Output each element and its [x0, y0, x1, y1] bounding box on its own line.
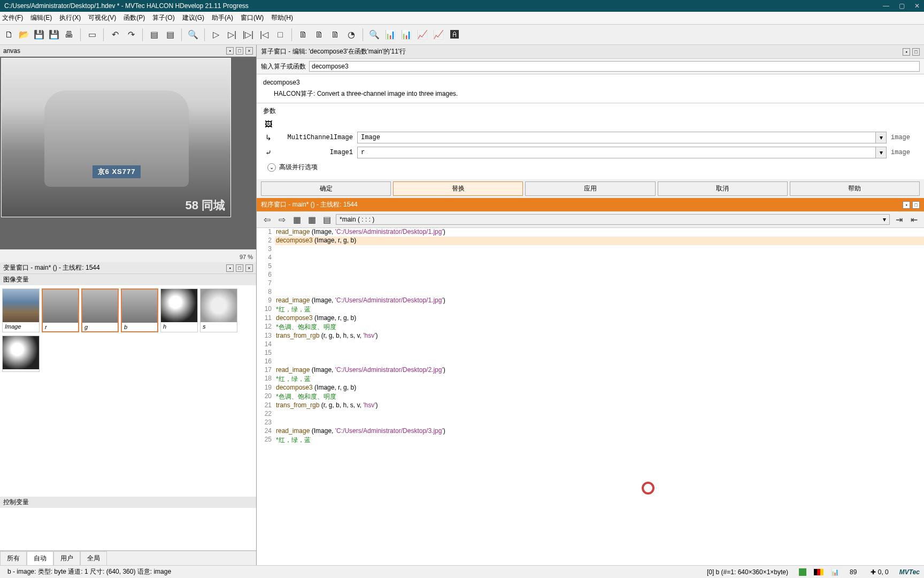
code-line-23[interactable]: 23	[257, 419, 924, 427]
code-line-21[interactable]: 21trans_from_rgb (r, g, b, h, s, v, 'hsv…	[257, 401, 924, 410]
prog-pin-icon[interactable]: ▪	[903, 201, 910, 209]
layout1-icon[interactable]: ▦	[291, 214, 303, 225]
param1-input[interactable]	[357, 132, 876, 143]
code-line-7[interactable]: 7	[257, 279, 924, 288]
binoculars-icon[interactable]: 🔍	[187, 29, 199, 41]
varwin-max-icon[interactable]: □	[236, 264, 243, 272]
stepback-icon[interactable]: |◁	[258, 29, 270, 41]
code-editor[interactable]: 1read_image (Image, 'C:/Users/Administra…	[257, 228, 924, 565]
nav-back-icon[interactable]: ⇦	[261, 214, 273, 225]
menu-file[interactable]: 文件(F)	[2, 13, 23, 22]
chevron-down-icon[interactable]: ⌄	[267, 163, 276, 172]
op-max-icon[interactable]: □	[912, 48, 920, 56]
help-button[interactable]: 帮助	[790, 181, 920, 196]
param1-dropdown-icon[interactable]: ▾	[876, 132, 887, 143]
varwin-close-icon[interactable]: ×	[245, 264, 253, 272]
code-line-2[interactable]: 2decompose3 (Image, r, g, b)	[257, 237, 924, 245]
menu-exec[interactable]: 执行(X)	[59, 13, 81, 22]
zoom-icon[interactable]: 🔍	[368, 29, 380, 41]
record-icon[interactable]: ▭	[86, 29, 98, 41]
layout2-icon[interactable]: ▦	[306, 214, 318, 225]
stop-icon[interactable]: □	[274, 29, 286, 41]
code-line-11[interactable]: 11decompose3 (Image, r, g, b)	[257, 314, 924, 323]
code-line-8[interactable]: 8	[257, 288, 924, 296]
canvas-max-icon[interactable]: □	[236, 47, 243, 55]
code-line-19[interactable]: 19decompose3 (Image, r, g, b)	[257, 384, 924, 392]
menu-asst[interactable]: 助手(A)	[212, 13, 233, 22]
chart2-icon[interactable]: 📊	[401, 29, 412, 41]
minimize-icon[interactable]: —	[883, 2, 889, 10]
thumb-g[interactable]: g	[81, 288, 119, 332]
function-selector[interactable]: *main ( : : : ) ▾	[336, 214, 890, 225]
doc2-icon[interactable]: 🗎	[313, 29, 325, 41]
tab-auto[interactable]: 自动	[27, 551, 53, 565]
varwin-pin-icon[interactable]: ▪	[226, 264, 234, 272]
export-icon[interactable]: ⇥	[893, 214, 905, 225]
save-icon[interactable]: 💾	[33, 29, 45, 41]
code-line-13[interactable]: 13trans_from_rgb (r, g, b, h, s, v, 'hsv…	[257, 332, 924, 340]
code-line-1[interactable]: 1read_image (Image, 'C:/Users/Administra…	[257, 228, 924, 237]
code-line-4[interactable]: 4	[257, 254, 924, 262]
doc3-icon[interactable]: 🗎	[329, 29, 341, 41]
canvas-close-icon[interactable]: ×	[245, 47, 253, 55]
param2-dropdown-icon[interactable]: ▾	[876, 147, 887, 158]
replace-button[interactable]: 替换	[393, 181, 523, 196]
list2-icon[interactable]: ▤	[164, 29, 176, 41]
menu-help[interactable]: 帮助(H)	[271, 13, 293, 22]
code-line-3[interactable]: 3	[257, 245, 924, 254]
cancel-button[interactable]: 取消	[658, 181, 788, 196]
close-icon[interactable]: ✕	[914, 2, 920, 10]
code-line-9[interactable]: 9➔read_image (Image, 'C:/Users/Administr…	[257, 296, 924, 305]
chart4-icon[interactable]: 📈	[433, 29, 444, 41]
advanced-options[interactable]: ⌄ 高级并行选项	[263, 163, 918, 172]
op-search-input[interactable]	[309, 61, 920, 72]
redo-icon[interactable]: ↷	[125, 29, 137, 41]
menu-sugg[interactable]: 建议(G)	[182, 13, 204, 22]
thumb-s[interactable]: s	[200, 288, 237, 332]
code-line-15[interactable]: 15	[257, 349, 924, 358]
menu-edit[interactable]: 编辑(E)	[30, 13, 52, 22]
thumb-h[interactable]: h	[160, 288, 198, 332]
thumb-b[interactable]: b	[121, 288, 158, 332]
tab-global[interactable]: 全局	[80, 551, 107, 565]
chart3-icon[interactable]: 📈	[417, 29, 428, 41]
code-line-16[interactable]: 16	[257, 358, 924, 366]
thumb-Image[interactable]: Image	[2, 288, 40, 332]
code-line-24[interactable]: 24read_image (Image, 'C:/Users/Administr…	[257, 427, 924, 436]
open-icon[interactable]: 📂	[18, 29, 30, 41]
maximize-icon[interactable]: ▢	[899, 2, 905, 10]
tab-all[interactable]: 所有	[0, 551, 27, 565]
flag-icon[interactable]	[814, 569, 823, 575]
saveall-icon[interactable]: 💾	[48, 29, 60, 41]
code-line-12[interactable]: 12*色调、饱和度、明度	[257, 323, 924, 332]
param2-input[interactable]	[357, 147, 876, 158]
code-line-17[interactable]: 17read_image (Image, 'C:/Users/Administr…	[257, 366, 924, 375]
menu-op[interactable]: 算子(O)	[152, 13, 174, 22]
tab-user[interactable]: 用户	[53, 551, 80, 565]
code-line-14[interactable]: 14	[257, 340, 924, 349]
stepover-icon[interactable]: |▷|	[242, 29, 254, 41]
print-icon[interactable]: 🖶	[63, 29, 75, 41]
undo-icon[interactable]: ↶	[109, 29, 121, 41]
run-icon[interactable]: ▷	[210, 29, 222, 41]
canvas-area[interactable]: 京6 XS777 58 同城 97 %	[0, 57, 256, 249]
code-line-6[interactable]: 6	[257, 271, 924, 279]
import-icon[interactable]: ⇤	[908, 214, 920, 225]
code-line-18[interactable]: 18*红，绿，蓝	[257, 375, 924, 384]
op-pin-icon[interactable]: ▪	[903, 48, 910, 56]
fn-dropdown-icon[interactable]: ▾	[883, 216, 886, 223]
new-icon[interactable]: 🗋	[3, 29, 15, 41]
canvas-pin-icon[interactable]: ▪	[226, 47, 234, 55]
code-line-5[interactable]: 5	[257, 262, 924, 271]
thumb-r[interactable]: r	[42, 288, 79, 332]
chart1-icon[interactable]: 📊	[384, 29, 396, 41]
thumb-extra[interactable]	[2, 336, 40, 372]
prog-max-icon[interactable]: □	[912, 201, 920, 209]
text-icon[interactable]: 🅰	[449, 29, 460, 41]
menu-win[interactable]: 窗口(W)	[241, 13, 264, 22]
ok-button[interactable]: 确定	[261, 181, 391, 196]
list1-icon[interactable]: ▤	[148, 29, 160, 41]
step-icon[interactable]: ▷|	[226, 29, 238, 41]
apply-button[interactable]: 应用	[525, 181, 655, 196]
code-line-10[interactable]: 10*红，绿，蓝	[257, 305, 924, 314]
